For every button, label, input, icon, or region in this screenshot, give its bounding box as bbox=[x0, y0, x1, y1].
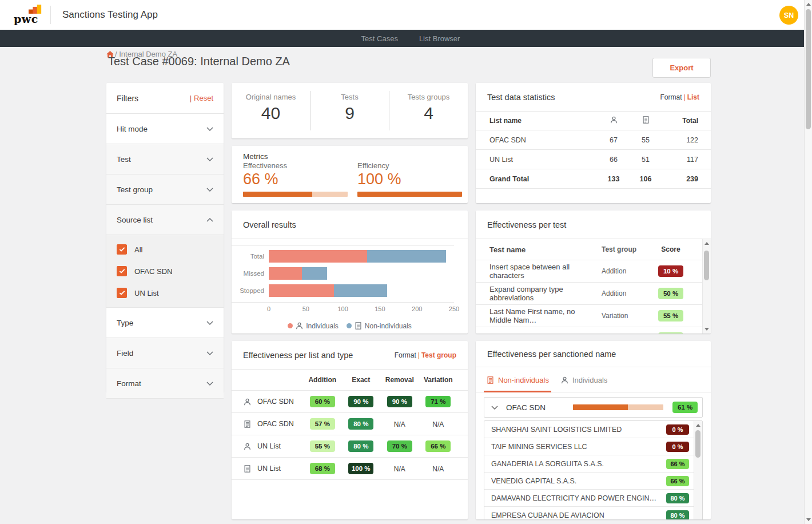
scroll-up-icon[interactable] bbox=[704, 242, 709, 245]
stats-list-name: OFAC SDN bbox=[489, 136, 598, 144]
score-badge: 66 % bbox=[666, 459, 689, 469]
stats-individuals-count: 133 bbox=[598, 175, 630, 183]
score-cell: 80 % bbox=[342, 440, 381, 452]
stats-format-toggle[interactable]: Format|List bbox=[660, 93, 699, 101]
chart-bar-row-missed: Missed bbox=[232, 265, 454, 282]
metric-value: 100 % bbox=[357, 170, 462, 188]
filter-section-test[interactable]: Test bbox=[106, 144, 224, 174]
sanctioned-name-row: EMPRESA CUBANA DE AVIACION80 % bbox=[484, 507, 694, 519]
chart-x-axis: 050100150200250 bbox=[269, 305, 454, 315]
chevron-down-icon[interactable] bbox=[491, 406, 498, 410]
page-scrollbar[interactable] bbox=[804, 0, 812, 524]
format-value[interactable]: Test group bbox=[421, 351, 456, 359]
scrollbar-thumb[interactable] bbox=[695, 430, 700, 458]
score-cell: 100 % bbox=[342, 463, 381, 474]
filter-option-ofac-sdn[interactable]: OFAC SDN bbox=[106, 260, 224, 282]
filter-section-hit-mode[interactable]: Hit mode bbox=[106, 114, 224, 144]
stats-total-count: 122 bbox=[662, 136, 698, 144]
tab-individuals[interactable]: Individuals bbox=[558, 376, 610, 392]
sanctioned-name: TAIF MINING SERVICES LLC bbox=[491, 443, 666, 451]
filter-section-label: Format bbox=[117, 379, 141, 388]
list-type-title: Effectiveness per list and type bbox=[243, 351, 353, 360]
list-type-format-toggle[interactable]: Format|Test group bbox=[395, 351, 456, 359]
scroll-up-icon[interactable] bbox=[696, 424, 700, 427]
chevron-down-icon bbox=[206, 127, 213, 131]
scrollbar-thumb[interactable] bbox=[704, 251, 709, 280]
sanctioned-name-row: SHANGHAI SAINT LOGISTICS LIMITED0 % bbox=[484, 421, 694, 438]
filter-section-format[interactable]: Format bbox=[106, 368, 224, 399]
chart-bar-track bbox=[269, 250, 454, 263]
names-list-scrollbar[interactable] bbox=[694, 421, 702, 519]
checkbox-checked-icon[interactable] bbox=[117, 266, 127, 276]
scroll-up-icon[interactable] bbox=[806, 3, 811, 6]
filter-option-un-list[interactable]: UN List bbox=[106, 282, 224, 304]
sanctioned-name: GANADERIA LA SORGUITA S.A.S. bbox=[491, 460, 666, 468]
nav-item-list-browser[interactable]: List Browser bbox=[419, 34, 460, 43]
score-badge: 0 % bbox=[666, 424, 689, 435]
filter-section-type[interactable]: Type bbox=[106, 308, 224, 338]
score-na: N/A bbox=[432, 465, 444, 473]
score-cell: 90 % bbox=[342, 396, 381, 407]
list-type-columns-header: AdditionExactRemovalVariation bbox=[232, 370, 468, 391]
checkbox-checked-icon[interactable] bbox=[117, 288, 127, 298]
chart-bar-segment-individuals bbox=[269, 250, 367, 263]
score-cell: N/A bbox=[380, 419, 419, 429]
filter-section-label: Hit mode bbox=[117, 125, 148, 133]
scrollbar-thumb[interactable] bbox=[806, 9, 811, 129]
score-badge: 66 % bbox=[425, 440, 451, 452]
user-avatar[interactable]: SN bbox=[779, 6, 798, 25]
person-icon bbox=[295, 321, 304, 330]
list-name-label: UN List bbox=[257, 442, 281, 450]
score-badge: 0 % bbox=[666, 442, 689, 452]
summary-original-names: Original names40 bbox=[232, 91, 311, 130]
per-test-row-partial: 57 % bbox=[476, 327, 711, 334]
filters-reset-button[interactable]: |Reset bbox=[190, 94, 213, 102]
list-group-row-ofac-sdn[interactable]: OFAC SDN61 % bbox=[484, 397, 703, 418]
per-test-scrollbar[interactable] bbox=[702, 239, 711, 334]
tab-non-individuals[interactable]: Non-individuals bbox=[484, 376, 551, 392]
chart-bar-segment-non-individuals bbox=[302, 267, 327, 280]
metric-value: 66 % bbox=[243, 170, 348, 188]
stats-row-un-list: UN List6651117 bbox=[476, 150, 711, 169]
nav-item-test-cases[interactable]: Test Cases bbox=[361, 34, 398, 43]
person-icon bbox=[560, 376, 569, 384]
format-value[interactable]: List bbox=[687, 93, 699, 101]
chevron-down-icon bbox=[206, 188, 213, 192]
app-title: Sanctions Testing App bbox=[62, 9, 158, 21]
checkbox-checked-icon[interactable] bbox=[117, 244, 127, 255]
metric-effectiveness: Effectiveness66 % bbox=[243, 161, 348, 197]
export-button[interactable]: Export bbox=[652, 58, 711, 78]
score-cell: 66 % bbox=[419, 440, 458, 452]
pwc-logo-text: pwc bbox=[14, 13, 38, 25]
reset-divider: | bbox=[190, 94, 192, 102]
summary-label: Original names bbox=[232, 93, 310, 101]
summary-tests: Tests9 bbox=[311, 91, 389, 130]
stats-total-count: 117 bbox=[662, 156, 698, 164]
test-score: 57 % bbox=[656, 332, 686, 334]
scroll-down-icon[interactable] bbox=[806, 518, 811, 521]
test-name: Last Name First name, no Middle Nam… bbox=[489, 307, 602, 324]
metric-progress-fill bbox=[243, 192, 312, 197]
filter-option-all[interactable]: All bbox=[106, 239, 224, 260]
sanctioned-names-rows: SHANGHAI SAINT LOGISTICS LIMITED0 %TAIF … bbox=[484, 421, 694, 519]
column-header-removal: Removal bbox=[380, 376, 419, 384]
entity-icon bbox=[486, 376, 495, 384]
metrics-grid: Effectiveness66 %Efficiency100 % bbox=[243, 161, 462, 197]
filter-section-test-group[interactable]: Test group bbox=[106, 174, 224, 205]
list-name-cell: UN List bbox=[243, 465, 303, 473]
chart-bar-row-stopped: Stopped bbox=[232, 282, 454, 299]
metric-label: Effectiveness bbox=[243, 161, 348, 170]
list-type-row-person-un-list: UN List55 %80 %70 %66 % bbox=[232, 435, 468, 458]
person-icon bbox=[610, 116, 618, 124]
source-list-options: AllOFAC SDNUN List bbox=[106, 235, 224, 308]
chart-bar-segment-non-individuals bbox=[367, 250, 445, 263]
score-na: N/A bbox=[394, 465, 405, 473]
filter-section-source-list[interactable]: Source list bbox=[106, 205, 224, 235]
stats-total-count: 239 bbox=[662, 175, 698, 183]
score-badge: 50 % bbox=[658, 288, 683, 299]
scroll-down-icon[interactable] bbox=[704, 328, 709, 331]
filter-section-field[interactable]: Field bbox=[106, 338, 224, 368]
sanctioned-name: VENEDIG CAPITAL S.A.S. bbox=[491, 477, 666, 485]
score-cell: N/A bbox=[380, 463, 419, 474]
stats-list-name: UN List bbox=[489, 156, 598, 164]
